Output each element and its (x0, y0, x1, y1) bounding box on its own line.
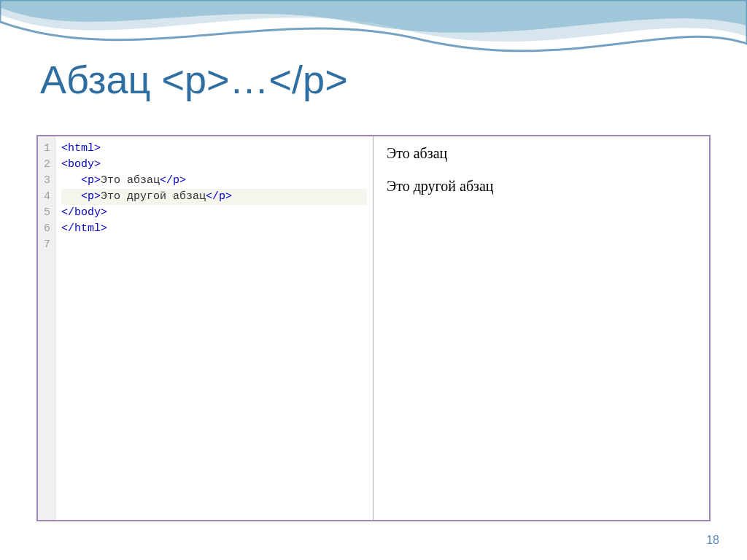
line-number: 6 (42, 221, 50, 237)
preview-pane: Это абзац Это другой абзац (374, 136, 709, 520)
code-lines: <html><body> <p>Это абзац</p> <p>Это дру… (55, 136, 373, 520)
preview-paragraph-2: Это другой абзац (387, 178, 696, 195)
page-title: Абзац <p>…</p> (40, 57, 348, 102)
line-number: 4 (42, 189, 50, 205)
line-number: 7 (42, 237, 50, 253)
code-line: <body> (61, 157, 367, 173)
line-number: 3 (42, 173, 50, 189)
code-line: <html> (61, 141, 367, 157)
slide: Абзац <p>…</p> 1234567 <html><body> <p>Э… (0, 0, 747, 560)
code-line: </html> (61, 221, 367, 237)
code-line: <p>Это другой абзац</p> (61, 189, 367, 205)
line-number: 1 (42, 141, 50, 157)
code-line: </body> (61, 205, 367, 221)
preview-paragraph-1: Это абзац (387, 145, 696, 162)
line-number-gutter: 1234567 (38, 136, 55, 520)
page-number: 18 (706, 534, 719, 547)
line-number: 5 (42, 205, 50, 221)
code-pane: 1234567 <html><body> <p>Это абзац</p> <p… (38, 136, 374, 520)
code-line: <p>Это абзац</p> (61, 173, 367, 189)
code-line (61, 237, 367, 253)
content-frame: 1234567 <html><body> <p>Это абзац</p> <p… (36, 135, 711, 521)
line-number: 2 (42, 157, 50, 173)
